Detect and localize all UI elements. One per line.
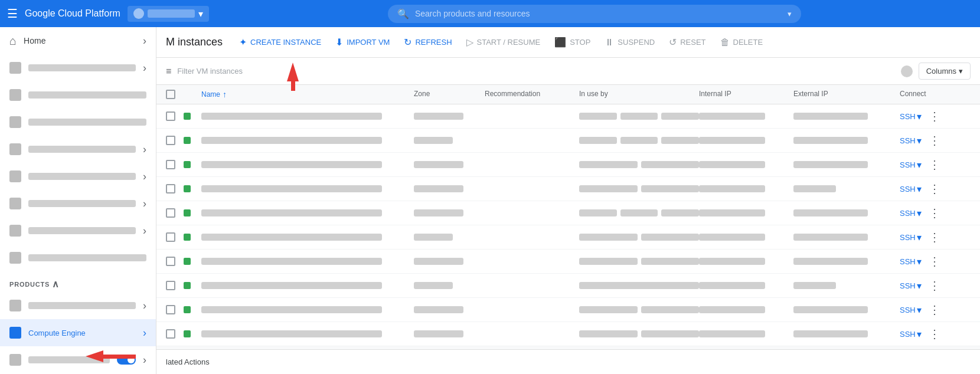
ssh-button[interactable]: SSH▾: [900, 208, 922, 219]
delete-button[interactable]: 🗑 DELETE: [713, 32, 770, 53]
table-row: SSH▾ ⋮: [156, 225, 980, 250]
refresh-button[interactable]: ↻ REFRESH: [397, 32, 459, 53]
more-actions-button[interactable]: ⋮: [929, 182, 940, 196]
home-icon: ⌂: [9, 34, 17, 48]
name-col-header[interactable]: Name ↑: [201, 90, 414, 99]
zone-col-header: Zone: [414, 90, 485, 99]
table-row: SSH▾ ⋮: [156, 201, 980, 225]
stop-button[interactable]: ⬛ STOP: [547, 32, 597, 53]
external-ip-cell: [793, 185, 836, 192]
filter-bar: ≡ Columns ▾: [156, 58, 980, 85]
item6-chevron-icon: ›: [143, 198, 146, 210]
row-checkbox[interactable]: [166, 160, 184, 169]
sidebar-item-home[interactable]: ⌂ Home ›: [0, 27, 156, 54]
row-checkbox[interactable]: [166, 329, 184, 339]
zone-cell: [414, 234, 453, 241]
search-bar[interactable]: 🔍 ▾: [388, 5, 801, 23]
row-checkbox[interactable]: [166, 184, 184, 193]
status-dot: [184, 330, 191, 337]
create-instance-arrow-annotation: [287, 63, 299, 91]
suspend-button[interactable]: ⏸ SUSPEND: [597, 32, 662, 53]
row-checkbox[interactable]: [166, 208, 184, 218]
internal-ip-cell: [699, 330, 765, 337]
ssh-button[interactable]: SSH▾: [900, 329, 922, 340]
status-dot: [184, 137, 191, 144]
ssh-button[interactable]: SSH▾: [900, 280, 922, 291]
ssh-button[interactable]: SSH▾: [900, 256, 922, 267]
row-checkbox[interactable]: [166, 305, 184, 314]
ssh-button[interactable]: SSH▾: [900, 304, 922, 316]
sidebar-item-8[interactable]: [0, 244, 156, 271]
sidebar-item-7[interactable]: ›: [0, 217, 156, 244]
search-input[interactable]: [415, 9, 782, 18]
checkbox-all[interactable]: [166, 90, 184, 99]
brand-name: Google Cloud Platform: [25, 8, 120, 19]
more-actions-button[interactable]: ⋮: [929, 303, 940, 317]
item7-label: [28, 227, 136, 234]
ssh-dropdown-icon: ▾: [917, 183, 922, 195]
more-actions-button[interactable]: ⋮: [929, 109, 940, 123]
item4-chevron-icon: ›: [143, 143, 146, 156]
ssh-button[interactable]: SSH▾: [900, 159, 922, 170]
start-resume-button[interactable]: ▷ START / RESUME: [459, 32, 548, 53]
status-dot: [184, 258, 191, 265]
reset-icon: ↺: [669, 37, 677, 48]
more-actions-button[interactable]: ⋮: [929, 206, 940, 220]
sidebar-item-1[interactable]: ›: [0, 54, 156, 81]
sidebar-item-3[interactable]: [0, 109, 156, 136]
sidebar-item-compute-engine[interactable]: Compute Engine ›: [0, 319, 156, 346]
ssh-button[interactable]: SSH▾: [900, 111, 922, 122]
sidebar-item-4[interactable]: ›: [0, 136, 156, 163]
sidebar-item-6[interactable]: ›: [0, 190, 156, 217]
item7-icon: [9, 225, 21, 237]
arrow-up-stem: [291, 80, 295, 91]
table-area: Name ↑ Zone Recommendation In use by Int…: [156, 85, 980, 349]
ssh-dropdown-icon: ▾: [917, 208, 922, 219]
ssh-dropdown-icon: ▾: [917, 111, 922, 122]
item7-chevron-icon: ›: [143, 225, 146, 237]
internal-ip-cell: [699, 209, 765, 216]
zone-cell: [414, 330, 463, 337]
external-ip-cell: [793, 137, 868, 144]
row-checkbox[interactable]: [166, 232, 184, 242]
more-actions-button[interactable]: ⋮: [929, 158, 940, 172]
products-caret-icon: ∧: [52, 278, 60, 290]
filter-icon: ≡: [166, 66, 171, 77]
ssh-dropdown-icon: ▾: [917, 159, 922, 170]
row-checkbox[interactable]: [166, 257, 184, 266]
delete-icon: 🗑: [720, 37, 730, 48]
name-cell: [201, 209, 382, 216]
external-ip-cell: [793, 306, 868, 313]
prod3-chevron-icon: ›: [143, 354, 146, 366]
internal-ip-cell: [699, 137, 765, 144]
project-selector[interactable]: ▾: [128, 6, 209, 22]
sidebar-item-prod1[interactable]: ›: [0, 292, 156, 319]
refresh-icon: ↻: [404, 37, 411, 48]
create-instance-button[interactable]: ✦ CREATE INSTANCE: [232, 32, 328, 53]
row-checkbox[interactable]: [166, 281, 184, 290]
ssh-button[interactable]: SSH▾: [900, 183, 922, 195]
columns-button[interactable]: Columns ▾: [919, 63, 971, 80]
more-actions-button[interactable]: ⋮: [929, 327, 940, 341]
row-checkbox[interactable]: [166, 111, 184, 121]
more-actions-button[interactable]: ⋮: [929, 230, 940, 244]
sidebar-item-5[interactable]: ›: [0, 163, 156, 190]
more-actions-button[interactable]: ⋮: [929, 133, 940, 147]
table-row: SSH▾ ⋮: [156, 298, 980, 322]
sidebar-item-2[interactable]: [0, 81, 156, 109]
item1-icon: [9, 62, 21, 74]
row-checkbox[interactable]: [166, 136, 184, 145]
ssh-button[interactable]: SSH▾: [900, 135, 922, 146]
reset-button[interactable]: ↺ RESET: [662, 32, 713, 53]
internal-ip-cell: [699, 306, 765, 313]
hamburger-menu[interactable]: ☰: [7, 6, 18, 21]
zone-cell: [414, 282, 453, 289]
internal-ip-col-header: Internal IP: [699, 90, 793, 99]
ssh-button[interactable]: SSH▾: [900, 232, 922, 243]
page-title-wrap: M instances: [166, 36, 223, 48]
more-actions-button[interactable]: ⋮: [929, 254, 940, 268]
filter-help-icon: [901, 65, 913, 77]
more-actions-button[interactable]: ⋮: [929, 278, 940, 293]
filter-input[interactable]: [177, 67, 894, 76]
import-vm-button[interactable]: ⬇ IMPORT VM: [328, 32, 397, 53]
